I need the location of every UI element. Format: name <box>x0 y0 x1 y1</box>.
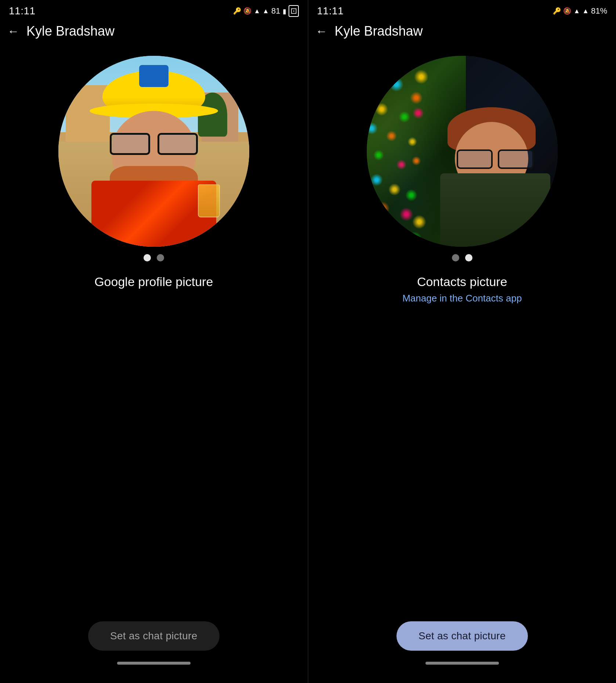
left-dot-1 <box>144 254 151 261</box>
right-time: 11:11 <box>317 5 344 17</box>
right-top-nav: ← Kyle Bradshaw <box>308 21 616 45</box>
right-dot-2 <box>465 254 472 261</box>
shirt <box>91 181 216 247</box>
right-status-icons: 🔑 🔕 ▲ ▲ 81% <box>553 6 607 16</box>
right-back-button[interactable]: ← <box>316 25 327 38</box>
left-status-icons: 🔑 🔕 ▲ ▲ 81 ▮ ⊡ <box>233 5 298 17</box>
wifi-icon: ▲ <box>254 7 260 15</box>
right-glasses <box>457 149 534 166</box>
right-mute-icon: 🔕 <box>563 7 571 15</box>
mute-icon: 🔕 <box>243 7 251 15</box>
left-top-nav: ← Kyle Bradshaw <box>0 21 308 45</box>
left-profile-area: Google profile picture <box>0 45 308 621</box>
left-back-button[interactable]: ← <box>7 25 19 38</box>
right-wifi-icon: ▲ <box>573 7 580 15</box>
right-key-icon: 🔑 <box>553 7 561 15</box>
right-photo-scene <box>367 56 558 247</box>
right-picture-label: Contacts picture <box>417 275 507 289</box>
left-panel: 11:11 🔑 🔕 ▲ ▲ 81 ▮ ⊡ ← Kyle Bradshaw <box>0 0 308 683</box>
screenshot-icon: ⊡ <box>289 5 299 17</box>
right-panel: 11:11 🔑 🔕 ▲ ▲ 81% ← Kyle Bradshaw <box>308 0 616 683</box>
left-dots-indicator <box>144 254 164 261</box>
right-home-indicator <box>425 662 499 665</box>
left-photo-scene <box>58 56 249 247</box>
right-profile-area: Contacts picture Manage in the Contacts … <box>308 45 616 621</box>
signal-icon: ▲ <box>262 7 269 15</box>
right-battery: 81% <box>591 6 607 16</box>
left-profile-photo <box>58 56 249 247</box>
left-status-bar: 11:11 🔑 🔕 ▲ ▲ 81 ▮ ⊡ <box>0 0 308 21</box>
right-dots-indicator <box>452 254 472 261</box>
key-icon: 🔑 <box>233 7 241 15</box>
left-set-chat-button[interactable]: Set as chat picture <box>88 621 220 651</box>
right-profile-photo <box>367 56 558 247</box>
left-nav-title: Kyle Bradshaw <box>26 24 115 39</box>
right-signal-icon: ▲ <box>582 7 589 15</box>
left-home-indicator <box>117 662 191 665</box>
right-status-bar: 11:11 🔑 🔕 ▲ ▲ 81% <box>308 0 616 21</box>
left-dot-2 <box>157 254 164 261</box>
right-picture-sublabel[interactable]: Manage in the Contacts app <box>402 293 522 304</box>
hat-blue-accent <box>139 65 169 87</box>
left-battery: 81 ▮ <box>271 6 286 16</box>
left-bottom-section: Set as chat picture <box>0 621 308 683</box>
left-time: 11:11 <box>9 5 36 17</box>
beer-glass <box>198 184 220 217</box>
right-jacket <box>440 173 550 247</box>
right-bottom-section: Set as chat picture <box>308 621 616 683</box>
right-dot-1 <box>452 254 459 261</box>
left-picture-label: Google profile picture <box>94 275 213 289</box>
glasses <box>110 133 198 151</box>
right-nav-title: Kyle Bradshaw <box>335 24 423 39</box>
right-set-chat-button[interactable]: Set as chat picture <box>396 621 528 651</box>
